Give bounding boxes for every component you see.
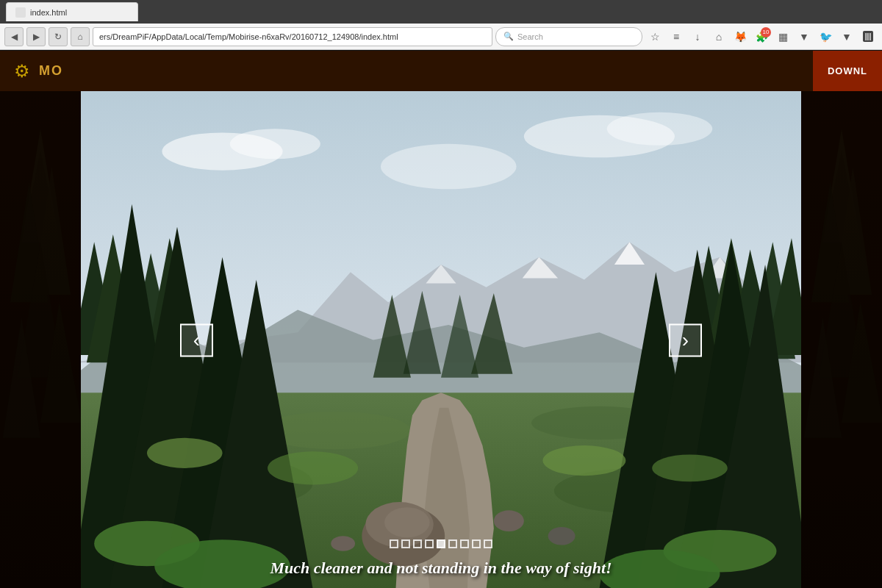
menu-button[interactable]: ▦ [773, 27, 792, 46]
app-logo: ⚙ MO [11, 60, 63, 82]
carousel-next-button[interactable]: › [669, 323, 702, 356]
download-nav-button[interactable]: ↓ [688, 27, 707, 46]
sidebar-right-image [801, 91, 882, 588]
svg-point-73 [542, 445, 625, 476]
dot-1[interactable] [390, 539, 398, 548]
badge-count: 10 [761, 27, 771, 37]
svg-point-72 [268, 451, 358, 484]
dot-5-active[interactable] [437, 539, 445, 548]
slide-caption: Much cleaner and not standing in the way… [270, 559, 612, 578]
download-button[interactable]: DOWNL [813, 51, 882, 91]
address-text: ers/DreamPiF/AppData/Local/Temp/Mobirise… [99, 32, 398, 41]
address-bar[interactable]: ers/DreamPiF/AppData/Local/Temp/Mobirise… [93, 27, 492, 46]
search-bar[interactable]: 🔍 Search [495, 27, 642, 46]
svg-point-71 [147, 438, 223, 468]
reader-mode-button[interactable]: ≡ [667, 27, 686, 46]
svg-point-74 [652, 454, 728, 481]
addon1-icon: 🐦 [820, 31, 832, 43]
next-icon: › [682, 330, 689, 351]
dot-6[interactable] [448, 539, 457, 548]
search-icon: 🔍 [503, 32, 514, 41]
slider-container: ‹ › Much cleaner and not standing in the… [81, 91, 801, 588]
website-content: ⚙ MO DOWNL [0, 51, 882, 588]
home-nav-button[interactable]: ⌂ [709, 27, 728, 46]
svg-rect-17 [801, 91, 882, 588]
back-icon: ◀ [11, 32, 18, 42]
carousel-prev-button[interactable]: ‹ [180, 323, 213, 356]
svg-point-65 [331, 536, 355, 551]
browser-chrome: index.html ◀ ▶ ↻ ⌂ ers/DreamPiF/AppData/… [0, 0, 882, 51]
bookmark-star-icon: ☆ [650, 31, 660, 43]
dot-2[interactable] [401, 539, 410, 548]
home-button[interactable]: ⌂ [71, 27, 90, 46]
home-icon: ⌂ [77, 32, 82, 42]
forward-icon: ▶ [33, 32, 40, 42]
svg-point-23 [381, 144, 517, 190]
dropdown2-icon: ▼ [842, 31, 852, 43]
browser-tab[interactable]: index.html [6, 2, 138, 21]
svg-rect-8 [0, 91, 81, 588]
svg-point-63 [384, 507, 430, 537]
forward-button[interactable]: ▶ [26, 27, 46, 46]
dot-7[interactable] [460, 539, 469, 548]
sidebar-left [0, 91, 81, 588]
gear-icon: ⚙ [11, 60, 33, 82]
dropdown-icon: ▼ [799, 31, 809, 43]
dot-3[interactable] [413, 539, 422, 548]
nav-bar: ◀ ▶ ↻ ⌂ ers/DreamPiF/AppData/Local/Temp/… [0, 24, 882, 50]
refresh-button[interactable]: ↻ [49, 27, 68, 46]
tab-bar: index.html [0, 0, 882, 24]
svg-point-20 [230, 129, 320, 159]
dot-9[interactable] [484, 539, 492, 548]
prev-icon: ‹ [193, 330, 200, 351]
sidebar-left-image [0, 91, 81, 588]
app-header: ⚙ MO DOWNL [0, 51, 882, 91]
nav-icons: ☆ ≡ ↓ ⌂ 🦊 🧩 10 ▦ ▼ [645, 27, 878, 46]
stats-button[interactable]: ||| [858, 27, 878, 46]
sidebar-right [801, 91, 882, 588]
reader-icon: ≡ [673, 31, 679, 43]
menu-icon: ▦ [778, 31, 788, 43]
tab-favicon [15, 7, 26, 18]
search-placeholder: Search [517, 32, 543, 41]
download-nav-icon: ↓ [695, 31, 700, 43]
svg-point-66 [548, 527, 576, 545]
dot-8[interactable] [472, 539, 481, 548]
firefox-icon: 🦊 [734, 31, 747, 43]
extensions-button[interactable]: 🧩 10 [752, 27, 771, 46]
app-name: MO [39, 63, 63, 79]
stats-icon: ||| [863, 31, 873, 42]
dot-4[interactable] [425, 539, 434, 548]
dropdown2-button[interactable]: ▼ [837, 27, 856, 46]
back-button[interactable]: ◀ [4, 27, 24, 46]
home-nav-icon: ⌂ [716, 31, 722, 43]
carousel-dots [390, 539, 492, 548]
svg-point-22 [607, 112, 713, 146]
addon1-button[interactable]: 🐦 [816, 27, 835, 46]
svg-point-64 [494, 510, 524, 531]
dropdown-button[interactable]: ▼ [795, 27, 814, 46]
tab-label: index.html [30, 8, 67, 17]
firefox-button[interactable]: 🦊 [731, 27, 750, 46]
bookmark-star-button[interactable]: ☆ [645, 27, 664, 46]
refresh-icon: ↻ [54, 32, 62, 42]
